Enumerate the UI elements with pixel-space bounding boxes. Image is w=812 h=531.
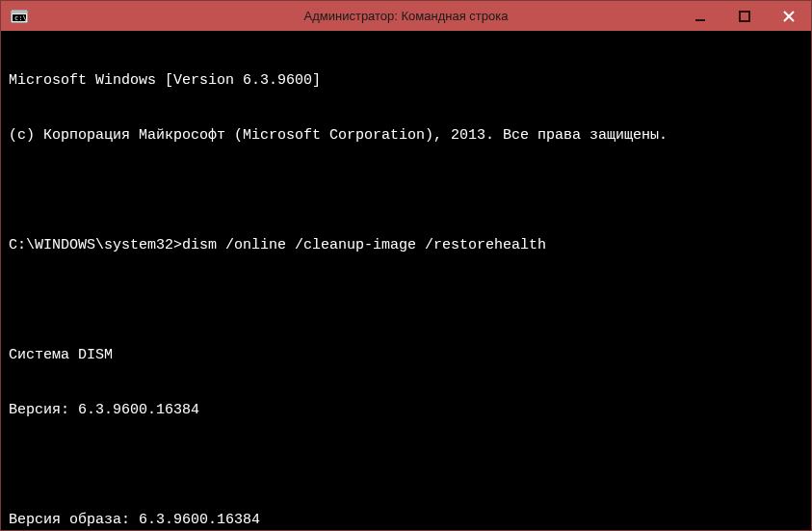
svg-rect-1 xyxy=(12,11,27,13)
terminal-line xyxy=(9,291,803,309)
svg-text:c:\: c:\ xyxy=(14,14,27,22)
cmd-icon: c:\ xyxy=(7,6,32,27)
terminal-line xyxy=(9,456,803,474)
minimize-button[interactable] xyxy=(678,1,722,31)
command-prompt-window: c:\ Администратор: Командная строка xyxy=(0,0,812,531)
svg-rect-4 xyxy=(695,19,705,21)
terminal-line xyxy=(9,181,803,199)
terminal-line: Microsoft Windows [Version 6.3.9600] xyxy=(9,71,803,90)
terminal-line: Версия: 6.3.9600.16384 xyxy=(9,401,803,419)
window-controls xyxy=(678,1,811,31)
titlebar[interactable]: c:\ Администратор: Командная строка xyxy=(1,1,811,31)
maximize-button[interactable] xyxy=(722,1,767,31)
svg-rect-5 xyxy=(740,12,749,21)
terminal-line: Версия образа: 6.3.9600.16384 xyxy=(9,511,803,529)
terminal-line: (с) Корпорация Майкрософт (Microsoft Cor… xyxy=(9,126,803,145)
terminal-output[interactable]: Microsoft Windows [Version 6.3.9600] (с)… xyxy=(1,31,811,530)
terminal-line: Система DISM xyxy=(9,346,803,364)
terminal-line: C:\WINDOWS\system32>dism /online /cleanu… xyxy=(9,236,803,254)
close-button[interactable] xyxy=(767,1,811,31)
